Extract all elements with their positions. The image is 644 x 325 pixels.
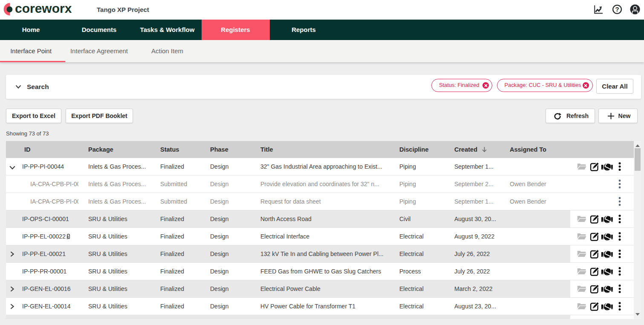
svg-text:?: ? — [615, 6, 619, 13]
